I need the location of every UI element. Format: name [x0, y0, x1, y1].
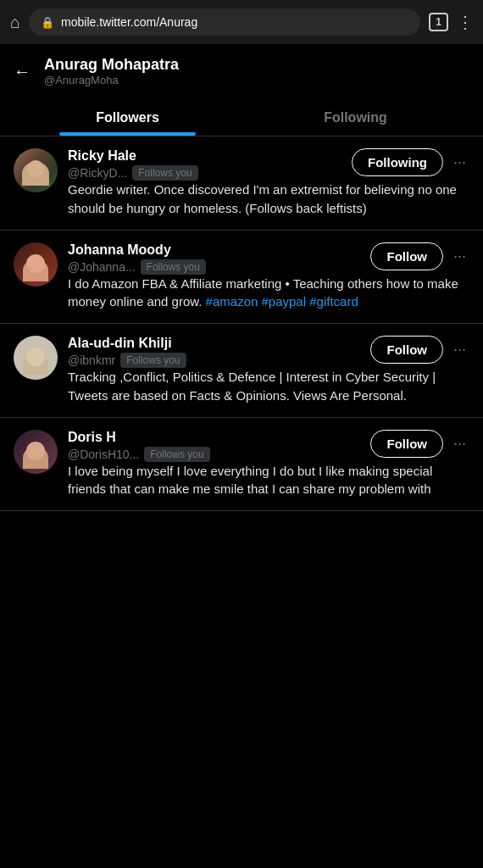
- follow-button[interactable]: Follow: [370, 242, 443, 270]
- header-handle: @AnuragMoha: [44, 74, 179, 86]
- page-header: ← Anurag Mohapatra @AnuragMoha Followers…: [0, 44, 483, 136]
- tabs: Followers Following: [14, 98, 469, 136]
- list-item: Doris H @DorisH10... Follows you Follow …: [0, 418, 483, 512]
- avatar[interactable]: [14, 430, 58, 474]
- more-options-icon[interactable]: ···: [450, 337, 469, 362]
- user-name[interactable]: Ricky Hale: [68, 148, 136, 164]
- user-bio: I love being myself I love everything I …: [68, 462, 469, 499]
- bio-link-paypal[interactable]: #paypal: [262, 294, 307, 309]
- follows-you-badge: Follows you: [144, 447, 209, 462]
- user-handle: @Johanna...: [68, 260, 136, 274]
- avatar[interactable]: [14, 336, 58, 380]
- list-item: Ricky Hale @RickyD... Follows you Follow…: [0, 136, 483, 231]
- user-name[interactable]: Ala-ud-din Khilji: [68, 336, 172, 351]
- lock-icon: 🔒: [41, 16, 54, 29]
- follow-button[interactable]: Follow: [370, 430, 443, 458]
- bio-link-amazon[interactable]: #amazon: [206, 294, 258, 309]
- follows-you-badge: Follows you: [120, 353, 186, 368]
- home-icon[interactable]: ⌂: [10, 13, 20, 32]
- follows-you-badge: Follows you: [141, 259, 206, 275]
- url-text: mobile.twitter.com/Anurag: [61, 15, 408, 29]
- follow-button[interactable]: Follow: [370, 336, 443, 364]
- user-name[interactable]: Johanna Moody: [68, 242, 171, 258]
- user-handle: @ibnkmr: [68, 353, 115, 367]
- back-button[interactable]: ←: [14, 62, 31, 81]
- avatar[interactable]: [14, 148, 58, 192]
- tab-followers[interactable]: Followers: [14, 98, 242, 136]
- more-options-icon[interactable]: ···: [450, 431, 469, 456]
- user-bio: I do Amazon FBA & Affiliate marketing • …: [68, 275, 469, 312]
- url-bar[interactable]: 🔒 mobile.twitter.com/Anurag: [29, 8, 420, 36]
- header-name: Anurag Mohapatra: [44, 56, 179, 74]
- browser-chrome: ⌂ 🔒 mobile.twitter.com/Anurag 1 ⋮: [0, 0, 483, 44]
- user-handle: @RickyD...: [68, 166, 127, 180]
- user-bio: Tracking ,Conflict, Politics & Defence |…: [68, 368, 469, 405]
- list-item: Ala-ud-din Khilji @ibnkmr Follows you Fo…: [0, 324, 483, 418]
- tab-count[interactable]: 1: [429, 13, 448, 31]
- bio-link-giftcard[interactable]: #giftcard: [309, 294, 358, 309]
- user-handle: @DorisH10...: [68, 448, 139, 461]
- user-list: Ricky Hale @RickyD... Follows you Follow…: [0, 136, 483, 511]
- follows-you-badge: Follows you: [132, 165, 197, 181]
- list-item: Johanna Moody @Johanna... Follows you Fo…: [0, 231, 483, 325]
- header-user-info: Anurag Mohapatra @AnuragMoha: [44, 56, 179, 86]
- user-name[interactable]: Doris H: [68, 430, 116, 445]
- tab-following[interactable]: Following: [242, 98, 469, 136]
- avatar[interactable]: [14, 242, 58, 287]
- browser-menu-icon[interactable]: ⋮: [457, 12, 473, 32]
- more-options-icon[interactable]: ···: [450, 244, 469, 269]
- following-button[interactable]: Following: [352, 148, 443, 176]
- user-bio: Geordie writer. Once discovered I'm an e…: [68, 181, 469, 218]
- header-top: ← Anurag Mohapatra @AnuragMoha: [14, 56, 469, 86]
- more-options-icon[interactable]: ···: [450, 150, 469, 175]
